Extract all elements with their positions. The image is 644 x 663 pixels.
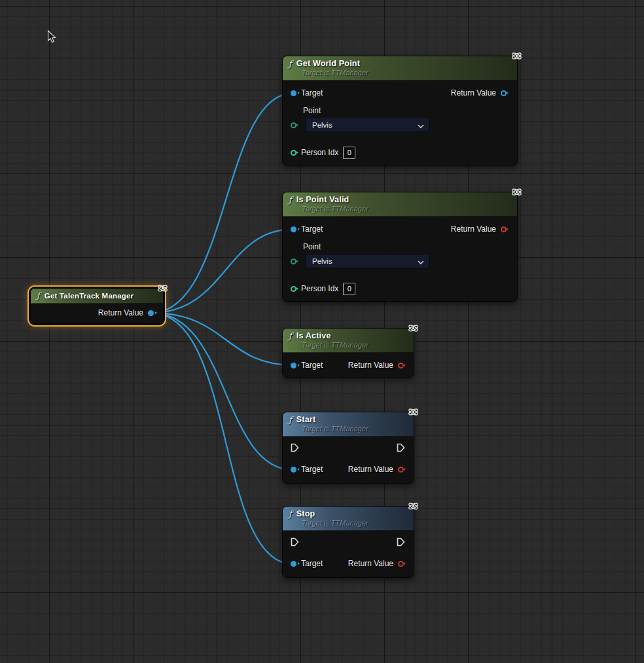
wire[interactable] bbox=[151, 229, 293, 313]
pin-label: Target bbox=[301, 361, 323, 370]
return-value-pin[interactable] bbox=[501, 226, 507, 232]
node-subtitle: Target is TTManager bbox=[302, 69, 510, 77]
wire[interactable] bbox=[151, 93, 293, 313]
pin-label: Return Value bbox=[451, 224, 496, 234]
pin-label: Target bbox=[301, 224, 323, 234]
return-value-pin[interactable] bbox=[148, 310, 154, 316]
chevron-down-icon bbox=[418, 255, 424, 267]
mouse-cursor bbox=[47, 30, 57, 46]
exec-out-pin[interactable] bbox=[397, 443, 405, 455]
point-pin[interactable] bbox=[291, 122, 296, 128]
node-start[interactable]: ƒ Start Target is TTManager Target Retur… bbox=[282, 412, 414, 484]
node-get-talentrack-manager[interactable]: ƒ Get TalenTrack Manager Return Value bbox=[30, 288, 164, 324]
target-pin[interactable] bbox=[291, 467, 296, 473]
node-header[interactable]: ƒ Is Active Target is TTManager bbox=[283, 329, 414, 353]
target-pin[interactable] bbox=[291, 561, 296, 567]
pin-label: Return Value bbox=[348, 361, 393, 370]
function-icon: ƒ bbox=[289, 332, 292, 340]
node-subtitle: Target is TTManager bbox=[302, 519, 407, 527]
function-icon: ƒ bbox=[37, 291, 40, 300]
person-idx-input[interactable]: 0 bbox=[343, 147, 355, 159]
node-title: Is Point Valid bbox=[296, 195, 349, 204]
point-dropdown[interactable]: Pelvis bbox=[305, 254, 430, 268]
node-title: Is Active bbox=[296, 331, 331, 340]
return-value-pin[interactable] bbox=[398, 467, 404, 473]
point-pin[interactable] bbox=[291, 259, 296, 264]
point-dropdown[interactable]: Pelvis bbox=[305, 118, 430, 132]
node-subtitle: Target is TTManager bbox=[302, 341, 407, 349]
node-stop[interactable]: ƒ Stop Target is TTManager Target Return… bbox=[282, 506, 414, 578]
pin-label: Return Value bbox=[451, 88, 496, 98]
pin-label: Person Idx bbox=[301, 148, 338, 157]
node-header[interactable]: ƒ Get World Point Target is TTManager bbox=[283, 56, 517, 81]
return-value-pin[interactable] bbox=[501, 90, 507, 96]
exec-in-pin[interactable] bbox=[291, 537, 299, 549]
node-header[interactable]: ƒ Stop Target is TTManager bbox=[283, 507, 414, 531]
graph-canvas[interactable]: ƒ Get TalenTrack Manager Return Value ƒ … bbox=[0, 0, 644, 663]
chevron-down-icon bbox=[418, 119, 424, 131]
return-value-pin[interactable] bbox=[398, 363, 404, 368]
return-value-pin[interactable] bbox=[398, 561, 404, 567]
pin-label: Target bbox=[301, 559, 323, 568]
node-title: Get World Point bbox=[296, 59, 360, 68]
node-subtitle: Target is TTManager bbox=[302, 205, 510, 213]
node-is-active[interactable]: ƒ Is Active Target is TTManager Target R… bbox=[282, 328, 414, 378]
dropdown-value: Pelvis bbox=[312, 257, 332, 265]
function-icon: ƒ bbox=[289, 416, 292, 424]
dropdown-value: Pelvis bbox=[312, 121, 332, 129]
person-idx-input[interactable]: 0 bbox=[343, 283, 355, 295]
node-header[interactable]: ƒ Is Point Valid Target is TTManager bbox=[283, 192, 517, 217]
node-get-world-point[interactable]: ƒ Get World Point Target is TTManager Ta… bbox=[282, 56, 518, 166]
node-header[interactable]: ƒ Start Target is TTManager bbox=[283, 412, 414, 437]
wire[interactable] bbox=[151, 313, 293, 564]
pin-label: Return Value bbox=[348, 559, 393, 568]
node-title: Stop bbox=[296, 509, 315, 518]
target-pin[interactable] bbox=[291, 90, 296, 96]
wire[interactable] bbox=[151, 313, 293, 365]
exec-in-pin[interactable] bbox=[291, 443, 299, 455]
pin-label: Point bbox=[303, 242, 517, 252]
pin-label: Target bbox=[301, 88, 323, 98]
pin-label: Return Value bbox=[98, 308, 143, 317]
function-icon: ƒ bbox=[289, 60, 292, 68]
node-title: Get TalenTrack Manager bbox=[45, 292, 134, 300]
target-pin[interactable] bbox=[291, 363, 296, 368]
target-pin[interactable] bbox=[291, 226, 296, 232]
pin-label: Target bbox=[301, 465, 323, 474]
person-idx-pin[interactable] bbox=[291, 150, 296, 156]
function-icon: ƒ bbox=[289, 196, 292, 204]
node-header[interactable]: ƒ Get TalenTrack Manager bbox=[31, 289, 163, 304]
function-icon: ƒ bbox=[289, 510, 292, 518]
person-idx-pin[interactable] bbox=[291, 286, 296, 292]
pin-label: Person Idx bbox=[301, 284, 338, 293]
node-subtitle: Target is TTManager bbox=[302, 425, 407, 433]
pin-label: Return Value bbox=[348, 465, 393, 474]
node-is-point-valid[interactable]: ƒ Is Point Valid Target is TTManager Tar… bbox=[282, 192, 518, 302]
pin-label: Point bbox=[303, 105, 517, 116]
exec-out-pin[interactable] bbox=[397, 537, 405, 549]
node-title: Start bbox=[296, 415, 315, 424]
